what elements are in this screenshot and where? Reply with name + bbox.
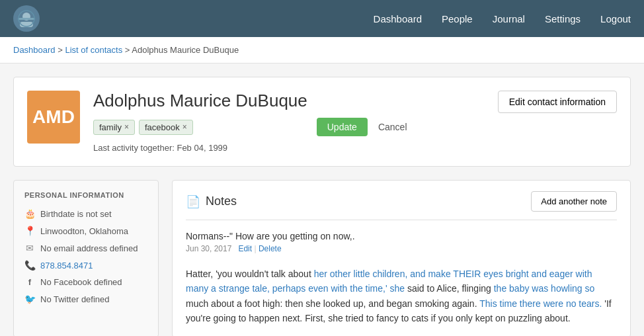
note-delete-link-1[interactable]: Delete: [259, 244, 282, 253]
phone-link[interactable]: 878.854.8471: [40, 261, 93, 271]
notes-icon: 📄: [186, 194, 200, 209]
phone-icon: 📞: [24, 260, 35, 271]
note-meta-1: Jun 30, 2017 Edit | Delete: [186, 244, 617, 253]
content-area: AMD Adolphus Maurice DuBuque family × fa…: [0, 63, 644, 336]
sidebar-facebook: f No Facebook defined: [24, 277, 147, 287]
twitter-icon: 🐦: [24, 294, 35, 304]
nav-people[interactable]: People: [442, 13, 473, 24]
bottom-layout: PERSONAL INFORMATION 🎂 Birthdate is not …: [13, 180, 631, 336]
birthdate-icon: 🎂: [24, 208, 35, 219]
location-text: Linwoodton, Oklahoma: [40, 226, 128, 236]
notes-title: 📄 Notes: [186, 194, 237, 209]
sidebar-birthdate: 🎂 Birthdate is not set: [24, 208, 147, 219]
tag-facebook-label: facebook: [145, 122, 180, 132]
breadcrumb: Dashboard > List of contacts > Adolphus …: [0, 37, 644, 63]
contact-name: Adolphus Maurice DuBuque: [93, 91, 485, 111]
nav-logout[interactable]: Logout: [600, 13, 631, 24]
notes-section: 📄 Notes Add another note Normans--" How …: [172, 180, 631, 336]
note-entry-1: Normans--" How are you getting on now,. …: [186, 231, 617, 253]
svg-rect-2: [18, 18, 35, 20]
nav-settings[interactable]: Settings: [545, 13, 581, 24]
nav-links: Dashboard People Journal Settings Logout: [374, 13, 631, 24]
note-edit-link-1[interactable]: Edit: [238, 244, 252, 253]
last-activity: Last activity together: Feb 04, 1999: [93, 143, 485, 153]
tag-family-label: family: [99, 122, 122, 132]
birthdate-text: Birthdate is not set: [40, 209, 112, 219]
email-text: No email address defined: [40, 243, 138, 253]
sidebar-email: ✉ No email address defined: [24, 243, 147, 253]
note-text-1: Normans--" How are you getting on now,.: [186, 231, 617, 241]
contact-avatar: AMD: [27, 91, 80, 144]
navbar: Dashboard People Journal Settings Logout: [0, 0, 644, 37]
highlight-2: the baby was howling so: [494, 283, 595, 294]
facebook-text: No Facebook defined: [40, 277, 122, 287]
sidebar-location: 📍 Linwoodton, Oklahoma: [24, 226, 147, 236]
cancel-button[interactable]: Cancel: [372, 118, 414, 136]
location-icon: 📍: [24, 226, 35, 236]
sidebar: PERSONAL INFORMATION 🎂 Birthdate is not …: [13, 180, 159, 336]
breadcrumb-current: Adolphus Maurice DuBuque: [132, 45, 239, 55]
twitter-text: No Twitter defined: [40, 294, 110, 304]
nav-journal[interactable]: Journal: [493, 13, 525, 24]
contact-header: AMD Adolphus Maurice DuBuque family × fa…: [13, 77, 631, 167]
edit-contact-button[interactable]: Edit contact information: [498, 91, 617, 113]
nav-dashboard[interactable]: Dashboard: [374, 13, 422, 24]
notes-header: 📄 Notes Add another note: [186, 191, 617, 220]
contact-info: Adolphus Maurice DuBuque family × facebo…: [93, 91, 485, 153]
tags-row: family × facebook × Update Cancel: [93, 118, 485, 136]
tag-facebook-close[interactable]: ×: [182, 122, 187, 132]
note-long-text-content: Hatter, 'you wouldn't talk about her oth…: [186, 269, 612, 323]
note-date-1: Jun 30, 2017: [186, 244, 231, 253]
email-icon: ✉: [24, 243, 35, 253]
tag-family-close[interactable]: ×: [124, 122, 129, 132]
brand: [13, 5, 40, 32]
tag-family: family ×: [93, 120, 135, 135]
sidebar-phone: 📞 878.854.8471: [24, 260, 147, 271]
tag-facebook: facebook ×: [139, 120, 193, 135]
note-long-text: Hatter, 'you wouldn't talk about her oth…: [186, 267, 617, 326]
tag-input[interactable]: [197, 122, 313, 132]
breadcrumb-list-contacts[interactable]: List of contacts: [65, 45, 122, 55]
add-note-button[interactable]: Add another note: [531, 191, 617, 212]
highlight-3: This time there were no tears.: [479, 298, 602, 309]
breadcrumb-dashboard[interactable]: Dashboard: [13, 45, 56, 55]
update-button[interactable]: Update: [317, 118, 368, 136]
sidebar-title: PERSONAL INFORMATION: [24, 191, 147, 199]
brand-avatar: [13, 5, 40, 32]
sidebar-twitter: 🐦 No Twitter defined: [24, 294, 147, 304]
notes-title-text: Notes: [206, 194, 237, 208]
facebook-icon: f: [24, 277, 35, 287]
